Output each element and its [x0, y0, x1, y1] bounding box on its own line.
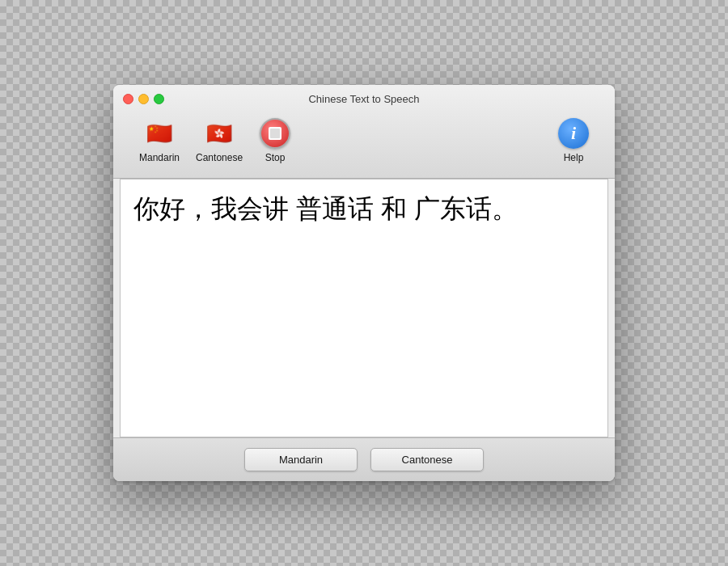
help-label: Help — [564, 152, 584, 163]
title-bar-top: Chinese Text to Speech — [123, 93, 605, 105]
hk-flag-icon: 🇭🇰 — [204, 118, 235, 149]
cantonese-button[interactable]: 🇭🇰 Cantonese — [188, 115, 251, 167]
bottom-mandarin-button[interactable]: Mandarin — [244, 448, 358, 471]
window-controls — [123, 94, 164, 104]
cantonese-label: Cantonese — [196, 152, 243, 163]
mandarin-label: Mandarin — [139, 152, 180, 163]
stop-square-icon — [269, 127, 281, 140]
help-icon: i — [558, 118, 589, 149]
mandarin-button[interactable]: 🇨🇳 Mandarin — [131, 115, 188, 167]
chinese-text-display: 你好，我会讲 普通话 和 广东话。 — [133, 189, 595, 228]
minimize-button[interactable] — [138, 94, 149, 104]
app-window: Chinese Text to Speech 🇨🇳 Mandarin 🇭🇰 C — [113, 85, 615, 481]
bottom-bar: Mandarin Cantonese — [113, 437, 615, 481]
stop-icon — [260, 118, 290, 149]
stop-label: Stop — [265, 152, 286, 163]
toolbar: 🇨🇳 Mandarin 🇭🇰 Cantonese Stop — [123, 112, 605, 173]
china-flag-icon: 🇨🇳 — [144, 118, 175, 149]
close-button[interactable] — [123, 94, 133, 104]
maximize-button[interactable] — [154, 94, 164, 104]
window-title: Chinese Text to Speech — [308, 93, 419, 105]
title-bar: Chinese Text to Speech 🇨🇳 Mandarin 🇭🇰 C — [113, 85, 615, 179]
text-area[interactable]: 你好，我会讲 普通话 和 广东话。 — [120, 179, 608, 437]
bottom-cantonese-button[interactable]: Cantonese — [370, 448, 484, 471]
help-button[interactable]: i Help — [550, 115, 597, 167]
stop-button[interactable]: Stop — [251, 115, 299, 167]
toolbar-buttons: 🇨🇳 Mandarin 🇭🇰 Cantonese Stop — [131, 115, 299, 167]
